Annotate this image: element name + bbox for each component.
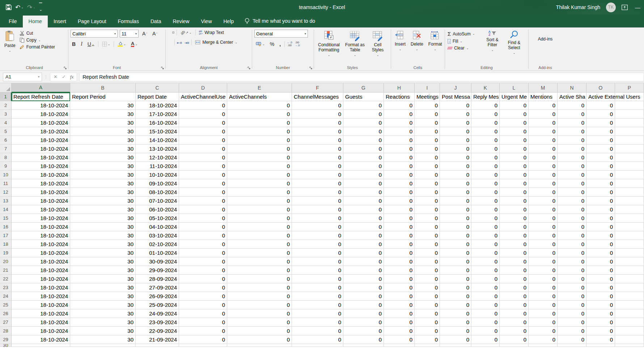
find-select-button[interactable]: Find & Select ⌄ <box>504 29 525 64</box>
cell-J8[interactable]: 0 <box>440 153 471 162</box>
cell-D28[interactable]: 0 <box>179 327 227 335</box>
format-painter-button[interactable]: Format Painter <box>18 44 56 50</box>
cell-J10[interactable]: 0 <box>440 171 471 179</box>
cell-A13[interactable]: 18-10-2024 <box>12 197 70 205</box>
cell-O1[interactable]: Active External Users <box>586 93 615 101</box>
cell-K10[interactable]: 0 <box>471 171 500 179</box>
cell-D14[interactable]: 0 <box>179 205 227 214</box>
clear-button[interactable]: Clear ⌄ <box>446 45 481 51</box>
cell-J7[interactable]: 0 <box>440 145 471 153</box>
cell-G30[interactable] <box>343 344 384 347</box>
row-header-30[interactable]: 30 <box>0 344 12 347</box>
cell-G26[interactable]: 0 <box>343 309 384 318</box>
cell-K12[interactable]: 0 <box>471 188 500 197</box>
insert-function-button[interactable]: fx <box>68 74 75 80</box>
cell-F21[interactable]: 0 <box>292 266 343 275</box>
cell-I26[interactable]: 0 <box>415 309 440 318</box>
cell-N17[interactable]: 0 <box>558 231 586 240</box>
cell-C8[interactable]: 12-10-2024 <box>136 153 179 162</box>
undo-button[interactable]: ↶⌄ <box>15 4 24 10</box>
alignment-dialog-launcher[interactable] <box>247 66 251 70</box>
cell-L21[interactable]: 0 <box>500 266 529 275</box>
cell-D3[interactable]: 0 <box>179 110 227 119</box>
cell-P18[interactable] <box>615 240 644 249</box>
tab-data[interactable]: Data <box>145 16 167 27</box>
cell-J13[interactable]: 0 <box>440 197 471 205</box>
cell-N12[interactable]: 0 <box>558 188 586 197</box>
cell-N3[interactable]: 0 <box>558 110 586 119</box>
cell-I19[interactable]: 0 <box>415 249 440 257</box>
redo-dropdown-icon[interactable]: ⌄ <box>33 6 35 9</box>
row-header-15[interactable]: 15 <box>0 214 12 223</box>
autosum-button[interactable]: Σ AutoSum ⌄ <box>446 30 481 37</box>
cell-A8[interactable]: 18-10-2024 <box>12 153 70 162</box>
cell-E8[interactable]: 0 <box>227 153 292 162</box>
cell-P6[interactable] <box>615 136 644 145</box>
cell-L11[interactable]: 0 <box>500 179 529 188</box>
cell-J28[interactable]: 0 <box>440 327 471 335</box>
cell-I22[interactable]: 0 <box>415 275 440 283</box>
cell-L27[interactable]: 0 <box>500 318 529 327</box>
cell-N2[interactable]: 0 <box>558 101 586 110</box>
cell-E5[interactable]: 0 <box>227 127 292 136</box>
cell-L4[interactable]: 0 <box>500 119 529 127</box>
cell-C9[interactable]: 11-10-2024 <box>136 162 179 171</box>
cell-F14[interactable]: 0 <box>292 205 343 214</box>
cell-N30[interactable] <box>558 344 586 347</box>
row-header-26[interactable]: 26 <box>0 309 12 318</box>
cell-K15[interactable]: 0 <box>471 214 500 223</box>
cell-K9[interactable]: 0 <box>471 162 500 171</box>
row-header-21[interactable]: 21 <box>0 266 12 275</box>
cell-L5[interactable]: 0 <box>500 127 529 136</box>
cell-J20[interactable]: 0 <box>440 257 471 266</box>
cell-D12[interactable]: 0 <box>179 188 227 197</box>
cell-G1[interactable]: Guests <box>343 93 384 101</box>
cell-J9[interactable]: 0 <box>440 162 471 171</box>
cell-G13[interactable]: 0 <box>343 197 384 205</box>
cell-D1[interactable]: ActiveChannelUse <box>179 93 227 101</box>
cell-P5[interactable] <box>615 127 644 136</box>
cell-C7[interactable]: 13-10-2024 <box>136 145 179 153</box>
cell-E24[interactable]: 0 <box>227 292 292 301</box>
cell-H19[interactable]: 0 <box>384 249 415 257</box>
cell-I29[interactable]: 0 <box>415 335 440 344</box>
customize-qat-button[interactable]: ▔⌄ <box>39 3 42 12</box>
column-header-D[interactable]: D <box>179 83 227 93</box>
cell-C24[interactable]: 26-09-2024 <box>136 292 179 301</box>
cell-N7[interactable]: 0 <box>558 145 586 153</box>
cell-O12[interactable]: 0 <box>586 188 615 197</box>
cell-G28[interactable]: 0 <box>343 327 384 335</box>
cell-J24[interactable]: 0 <box>440 292 471 301</box>
cell-O20[interactable]: 0 <box>586 257 615 266</box>
find-select-dropdown-icon[interactable]: ⌄ <box>513 51 516 56</box>
cell-N5[interactable]: 0 <box>558 127 586 136</box>
cell-K18[interactable]: 0 <box>471 240 500 249</box>
cell-M6[interactable]: 0 <box>529 136 558 145</box>
column-header-K[interactable]: K <box>471 83 500 93</box>
cell-G29[interactable]: 0 <box>343 335 384 344</box>
orientation-button[interactable]: ab↗⌄ <box>179 30 193 35</box>
column-header-L[interactable]: L <box>500 83 529 93</box>
cell-G4[interactable]: 0 <box>343 119 384 127</box>
column-header-M[interactable]: M <box>529 83 558 93</box>
cell-N19[interactable]: 0 <box>558 249 586 257</box>
cell-C28[interactable]: 22-09-2024 <box>136 327 179 335</box>
cell-F29[interactable]: 0 <box>292 335 343 344</box>
cell-O4[interactable]: 0 <box>586 119 615 127</box>
cell-O13[interactable]: 0 <box>586 197 615 205</box>
cell-B23[interactable]: 30 <box>70 283 136 292</box>
cell-G18[interactable]: 0 <box>343 240 384 249</box>
font-size-combo[interactable]: 11▾ <box>120 30 139 38</box>
cell-M4[interactable]: 0 <box>529 119 558 127</box>
cell-B16[interactable]: 30 <box>70 223 136 231</box>
cell-P3[interactable] <box>615 110 644 119</box>
cell-B15[interactable]: 30 <box>70 214 136 223</box>
cell-N26[interactable]: 0 <box>558 309 586 318</box>
cell-A29[interactable]: 18-10-2024 <box>12 335 70 344</box>
cell-H26[interactable]: 0 <box>384 309 415 318</box>
cell-F15[interactable]: 0 <box>292 214 343 223</box>
cell-E14[interactable]: 0 <box>227 205 292 214</box>
cell-A12[interactable]: 18-10-2024 <box>12 188 70 197</box>
cell-O17[interactable]: 0 <box>586 231 615 240</box>
cell-J16[interactable]: 0 <box>440 223 471 231</box>
